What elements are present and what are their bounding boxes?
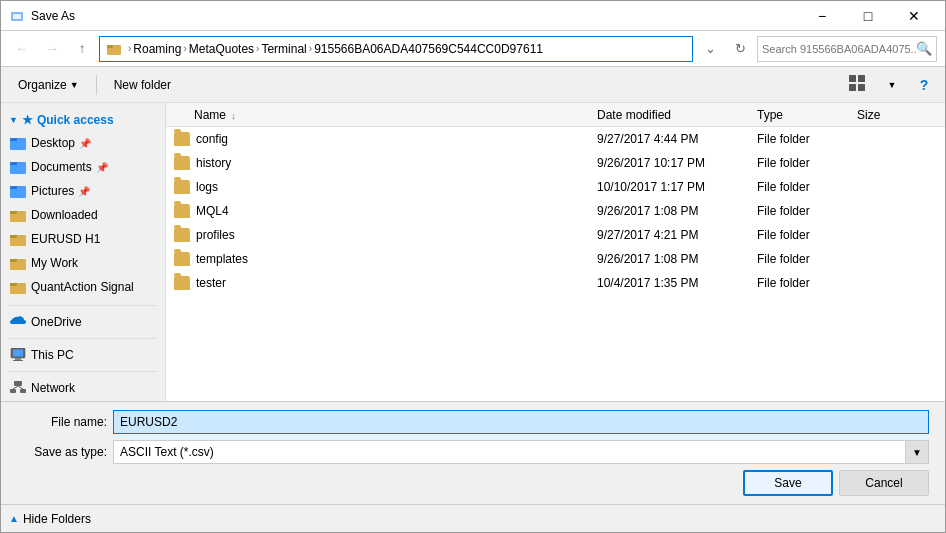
file-name-cell: history xyxy=(174,156,597,170)
file-name-cell: profiles xyxy=(174,228,597,242)
back-button[interactable]: ← xyxy=(9,36,35,62)
organize-label: Organize xyxy=(18,78,67,92)
maximize-button[interactable]: □ xyxy=(845,1,891,31)
file-date: 9/26/2017 1:08 PM xyxy=(597,204,757,218)
window-icon xyxy=(9,8,25,24)
col-name-header[interactable]: Name ↓ xyxy=(174,108,597,122)
file-date: 9/26/2017 10:17 PM xyxy=(597,156,757,170)
chevron-down-icon: ▼ xyxy=(9,115,18,125)
folder-icon xyxy=(174,252,190,266)
sidebar-item-onedrive[interactable]: OneDrive xyxy=(1,310,165,334)
table-row[interactable]: history 9/26/2017 10:17 PM File folder xyxy=(166,151,945,175)
svg-rect-26 xyxy=(14,381,22,386)
forward-button[interactable]: → xyxy=(39,36,65,62)
sidebar-downloaded-label: Downloaded xyxy=(31,208,98,222)
svg-rect-15 xyxy=(10,211,17,214)
svg-rect-9 xyxy=(10,138,17,141)
save-button[interactable]: Save xyxy=(743,470,833,496)
folder-icon xyxy=(174,180,190,194)
file-name: tester xyxy=(196,276,226,290)
filename-label: File name: xyxy=(17,415,107,429)
folder-icon xyxy=(174,276,190,290)
sidebar-documents-label: Documents xyxy=(31,160,92,174)
sidebar: ▼ ★ Quick access Desktop 📌 xyxy=(1,103,166,401)
savetype-select[interactable]: ASCII Text (*.csv) CSV (Comma delimited)… xyxy=(113,440,929,464)
svg-rect-1 xyxy=(13,14,21,19)
new-folder-button[interactable]: New folder xyxy=(105,72,180,98)
organize-button[interactable]: Organize ▼ xyxy=(9,72,88,98)
hide-folders-row: ▲ Hide Folders xyxy=(1,504,945,532)
help-button[interactable]: ? xyxy=(911,72,937,98)
quick-access-section: ▼ ★ Quick access Desktop 📌 xyxy=(1,107,165,301)
bottom-section: File name: Save as type: ASCII Text (*.c… xyxy=(1,401,945,504)
search-input[interactable] xyxy=(762,43,916,55)
chevron-up-icon: ▲ xyxy=(9,513,19,524)
quick-access-header[interactable]: ▼ ★ Quick access xyxy=(1,109,165,131)
up-button[interactable]: ↑ xyxy=(69,36,95,62)
buttons-row: Save Cancel xyxy=(17,470,929,496)
col-date-header[interactable]: Date modified xyxy=(597,108,757,122)
col-size-header[interactable]: Size xyxy=(857,108,937,122)
sidebar-item-downloaded[interactable]: Downloaded xyxy=(1,203,165,227)
file-list: Name ↓ Date modified Type Size config 9/… xyxy=(166,103,945,401)
sidebar-item-mywork[interactable]: My Work xyxy=(1,251,165,275)
svg-rect-3 xyxy=(107,45,113,48)
new-folder-label: New folder xyxy=(114,78,171,92)
file-type: File folder xyxy=(757,204,857,218)
sidebar-onedrive-label: OneDrive xyxy=(31,315,82,329)
file-rows-container: config 9/27/2017 4:44 PM File folder his… xyxy=(166,127,945,295)
sidebar-item-documents[interactable]: Documents 📌 xyxy=(1,155,165,179)
sidebar-item-eurusd[interactable]: EURUSD H1 xyxy=(1,227,165,251)
dropdown-path-button[interactable]: ⌄ xyxy=(697,36,723,62)
folder-icon xyxy=(174,156,190,170)
folder-icon xyxy=(174,204,190,218)
file-date: 9/26/2017 1:08 PM xyxy=(597,252,757,266)
sidebar-desktop-label: Desktop xyxy=(31,136,75,150)
view-button[interactable] xyxy=(843,72,873,98)
file-name-cell: templates xyxy=(174,252,597,266)
table-row[interactable]: tester 10/4/2017 1:35 PM File folder xyxy=(166,271,945,295)
folder-icon xyxy=(174,228,190,242)
pin-icon: 📌 xyxy=(79,138,91,149)
refresh-button[interactable]: ↻ xyxy=(727,36,753,62)
sidebar-item-pictures[interactable]: Pictures 📌 xyxy=(1,179,165,203)
title-bar: Save As − □ ✕ xyxy=(1,1,945,31)
path-root xyxy=(106,41,126,57)
search-icon: 🔍 xyxy=(916,41,932,56)
view-dropdown-button[interactable]: ▼ xyxy=(877,72,907,98)
close-button[interactable]: ✕ xyxy=(891,1,937,31)
help-icon: ? xyxy=(920,77,929,93)
file-type: File folder xyxy=(757,132,857,146)
file-name: logs xyxy=(196,180,218,194)
file-name-cell: tester xyxy=(174,276,597,290)
sidebar-item-network[interactable]: Network xyxy=(1,376,165,400)
pin-icon3: 📌 xyxy=(78,186,90,197)
star-icon: ★ xyxy=(22,113,33,127)
file-type: File folder xyxy=(757,252,857,266)
minimize-button[interactable]: − xyxy=(799,1,845,31)
sidebar-divider1 xyxy=(9,305,157,306)
table-row[interactable]: templates 9/26/2017 1:08 PM File folder xyxy=(166,247,945,271)
cancel-button[interactable]: Cancel xyxy=(839,470,929,496)
svg-rect-25 xyxy=(13,360,23,361)
sidebar-item-desktop[interactable]: Desktop 📌 xyxy=(1,131,165,155)
toolbar-separator xyxy=(96,75,97,95)
search-box[interactable]: 🔍 xyxy=(757,36,937,62)
sidebar-item-quantaction[interactable]: QuantAction Signal xyxy=(1,275,165,299)
table-row[interactable]: profiles 9/27/2017 4:21 PM File folder xyxy=(166,223,945,247)
address-path[interactable]: › Roaming › MetaQuotes › Terminal › 9155… xyxy=(99,36,693,62)
col-type-header[interactable]: Type xyxy=(757,108,857,122)
sidebar-eurusd-label: EURUSD H1 xyxy=(31,232,100,246)
svg-rect-19 xyxy=(10,259,17,262)
thispc-icon xyxy=(9,346,27,364)
sidebar-mywork-label: My Work xyxy=(31,256,78,270)
table-row[interactable]: logs 10/10/2017 1:17 PM File folder xyxy=(166,175,945,199)
table-row[interactable]: config 9/27/2017 4:44 PM File folder xyxy=(166,127,945,151)
svg-rect-11 xyxy=(10,162,17,165)
filename-input[interactable] xyxy=(113,410,929,434)
quick-access-label: Quick access xyxy=(37,113,114,127)
sidebar-item-thispc[interactable]: This PC xyxy=(1,343,165,367)
file-type: File folder xyxy=(757,156,857,170)
hide-folders-button[interactable]: ▲ Hide Folders xyxy=(9,512,91,526)
table-row[interactable]: MQL4 9/26/2017 1:08 PM File folder xyxy=(166,199,945,223)
